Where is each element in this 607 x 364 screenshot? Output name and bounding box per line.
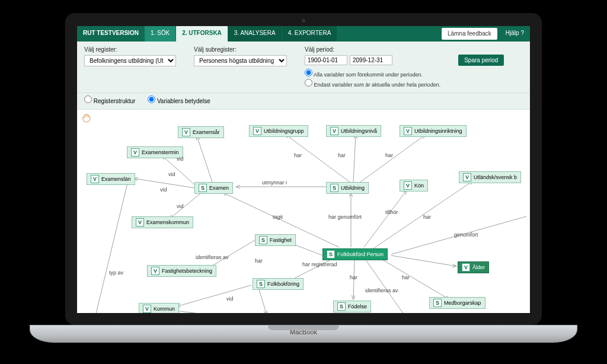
feedback-button[interactable]: Lämna feedback — [442, 28, 497, 40]
node-alder[interactable]: VÅlder — [458, 261, 489, 273]
node-label: Folkbokföring — [267, 281, 299, 287]
edge-label-har6: har — [350, 274, 357, 280]
register-col: Välj register: Befolkningens utbildning … — [84, 46, 176, 89]
subregister-select[interactable]: Personens högsta utbildning — [194, 55, 287, 66]
node-utbildningsniva[interactable]: VUtbildningsnivå — [326, 125, 381, 137]
node-examenskommun[interactable]: VExamenskommun — [132, 216, 193, 228]
node-label: Fastighet — [270, 237, 292, 243]
svg-line-18 — [365, 259, 407, 313]
node-utbildning[interactable]: SUtbildning — [326, 182, 369, 194]
step-exportera[interactable]: 4. EXPORTERA — [282, 26, 338, 41]
period-col: Välj period: Alla variabler som förekomm… — [305, 46, 440, 89]
app-screen: RUT TESTVERSION 1. SÖK 2. UTFORSKA 3. AN… — [77, 26, 530, 313]
node-badge: V — [136, 218, 144, 226]
node-badge: V — [404, 127, 412, 135]
node-label: Utbildning — [341, 185, 365, 191]
node-examenstermin[interactable]: VExamenstermin — [127, 146, 183, 158]
node-examen[interactable]: SExamen — [194, 182, 233, 194]
laptop-bezel: RUT TESTVERSION 1. SÖK 2. UTFORSKA 3. AN… — [64, 12, 543, 326]
node-fodelse[interactable]: SFödelse — [333, 301, 371, 312]
save-period-button[interactable]: Spara period — [458, 55, 504, 66]
edge-label-tagit: tagit — [273, 214, 283, 220]
controls-row: Välj register: Befolkningens utbildning … — [77, 41, 530, 93]
save-col: Spara period — [458, 46, 504, 89]
view-mode-row: Registerstruktur Variablers betydelse — [77, 93, 530, 110]
node-label: Kön — [414, 183, 424, 189]
node-label: Fastighetsbeteckning — [162, 268, 212, 274]
svg-line-4 — [286, 135, 350, 182]
edge-label-vid2: vid — [168, 171, 175, 177]
node-badge: S — [259, 236, 267, 244]
app-title: RUT TESTVERSION — [77, 26, 145, 41]
node-label: Utbildningsgrupp — [264, 128, 304, 134]
edge-label-har4: har — [423, 214, 431, 220]
svg-line-12 — [391, 256, 456, 266]
node-utlandsk_svensk[interactable]: VUtländsk/svensk b — [459, 171, 521, 183]
edge-label-tillhor: tillhör — [385, 209, 398, 215]
edge-label-har_registrerad: har registrerad — [302, 261, 337, 267]
node-label: Kommun — [154, 306, 175, 312]
edge-label-vid1: vid — [177, 156, 184, 162]
svg-line-6 — [360, 135, 426, 182]
node-utbildningsgrupp[interactable]: VUtbildningsgrupp — [249, 125, 308, 137]
edge-label-typ_av: typ av — [109, 270, 123, 276]
node-label: Examenstermin — [142, 149, 179, 155]
laptop-frame: RUT TESTVERSION 1. SÖK 2. UTFORSKA 3. AN… — [30, 12, 577, 352]
edge-label-vid4: vid — [177, 203, 184, 209]
node-kon[interactable]: VKön — [400, 180, 428, 191]
node-badge: S — [337, 302, 346, 311]
help-button[interactable]: Hjälp ? — [500, 26, 530, 41]
node-badge: V — [463, 173, 471, 181]
edge-label-vid3: vid — [160, 187, 167, 193]
node-badge: V — [253, 127, 261, 135]
node-folkbokford_person[interactable]: SFolkbokförd Person — [322, 248, 388, 260]
date-from-input[interactable] — [305, 55, 347, 65]
pan-hand-icon[interactable] — [81, 112, 92, 126]
date-to-input[interactable] — [350, 55, 392, 65]
step-sok[interactable]: 1. SÖK — [145, 26, 176, 41]
period-label: Välj period: — [305, 46, 440, 53]
radio-all-label[interactable]: Alla variabler som förekommit under peri… — [305, 69, 440, 78]
edge-label-utmynnar_i: utmynnar i — [262, 180, 287, 186]
node-label: Folkbokförd Person — [337, 251, 384, 257]
radio-all[interactable] — [305, 69, 312, 76]
node-badge: S — [257, 280, 265, 288]
step-utforska[interactable]: 2. UTFORSKA — [176, 26, 228, 41]
node-examenslan[interactable]: VExamenslän — [87, 173, 135, 185]
node-label: Utländsk/svensk b — [474, 174, 517, 180]
mode-variablers-betydelse[interactable]: Variablers betydelse — [148, 98, 210, 104]
node-badge: V — [151, 267, 159, 275]
node-fastighetsbeteckning[interactable]: VFastighetsbeteckning — [147, 265, 216, 277]
register-select[interactable]: Befolkningens utbildning (Ut — [84, 55, 176, 66]
subregister-col: Välj subregister: Personens högsta utbil… — [194, 46, 287, 89]
svg-line-10 — [364, 190, 407, 247]
radio-current[interactable] — [305, 79, 312, 87]
node-medborgarskap[interactable]: SMedborgarskap — [429, 297, 485, 309]
node-badge: V — [91, 175, 99, 183]
node-badge: V — [143, 305, 151, 313]
mode-registerstruktur[interactable]: Registerstruktur — [84, 98, 135, 104]
node-fastighet[interactable]: SFastighet — [255, 234, 296, 246]
node-label: Utbildningsinriktning — [414, 128, 462, 134]
laptop-brand-label: MacBook — [290, 328, 317, 336]
laptop-base: MacBook — [30, 325, 577, 343]
graph-canvas[interactable]: VExamensårVExamensterminVExamenslänSExam… — [77, 110, 530, 313]
node-examensar[interactable]: VExamensår — [178, 126, 224, 138]
node-badge: S — [433, 299, 442, 307]
node-badge: V — [404, 181, 412, 190]
edge-label-identifieras_av1: identifieras av — [196, 254, 229, 260]
node-badge: S — [330, 184, 338, 192]
edge-label-har7: har — [402, 274, 410, 280]
node-label: Examenskommun — [146, 219, 189, 225]
node-folkbokforing[interactable]: SFolkbokföring — [253, 278, 304, 290]
svg-line-20 — [177, 285, 251, 306]
date-inputs — [305, 55, 440, 65]
radio-current-label[interactable]: Endast variabler som är aktuella under h… — [305, 79, 440, 88]
topbar: RUT TESTVERSION 1. SÖK 2. UTFORSKA 3. AN… — [77, 26, 530, 41]
svg-line-22 — [171, 310, 247, 313]
step-analysera[interactable]: 3. ANALYSERA — [228, 26, 282, 41]
edge-label-har1: har — [294, 152, 302, 158]
node-utbildningsinriktning[interactable]: VUtbildningsinriktning — [400, 125, 467, 137]
node-badge: S — [199, 184, 207, 192]
node-kommun[interactable]: VKommun — [139, 303, 179, 313]
